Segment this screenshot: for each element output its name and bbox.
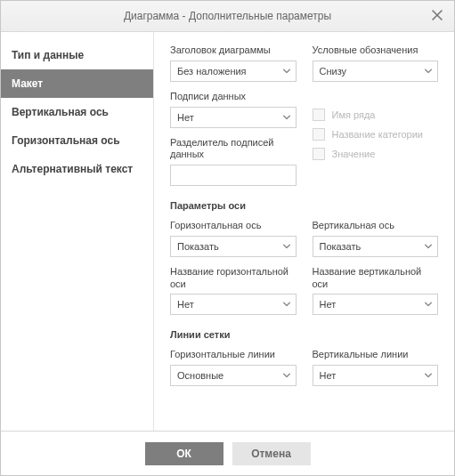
chart-title-select[interactable]: Без наложения	[170, 61, 297, 82]
vert-lines-label: Вертикальные линии	[313, 349, 439, 361]
check-series-name: Имя ряда	[313, 109, 439, 121]
sidebar-item-layout[interactable]: Макет	[1, 69, 153, 98]
horiz-axis-name-label: Название горизонтальной оси	[170, 266, 297, 291]
horiz-axis-name-select[interactable]: Нет	[170, 294, 297, 315]
legend-value: Снизу	[320, 66, 347, 77]
chevron-down-icon	[283, 115, 290, 119]
vert-axis-label: Вертикальная ось	[313, 220, 439, 232]
separator-input[interactable]	[170, 165, 297, 186]
chevron-down-icon	[425, 69, 432, 73]
chevron-down-icon	[283, 244, 290, 248]
vert-axis-select[interactable]: Показать	[313, 236, 439, 257]
data-labels-value: Нет	[177, 112, 194, 123]
horiz-axis-value: Показать	[177, 241, 219, 252]
check-series-name-label: Имя ряда	[332, 109, 376, 120]
sidebar-item-type-data[interactable]: Тип и данные	[1, 41, 153, 69]
vert-lines-value: Нет	[320, 370, 337, 381]
checkbox-icon	[313, 148, 325, 160]
sidebar-item-alt-text[interactable]: Альтернативный текст	[1, 155, 153, 183]
check-category-name: Название категории	[313, 128, 439, 141]
separator-label: Разделитель подписей данных	[170, 137, 297, 162]
vert-axis-name-value: Нет	[320, 299, 337, 310]
horiz-axis-label: Горизонтальная ось	[170, 220, 297, 232]
dialog: Диаграмма - Дополнительные параметры Тип…	[0, 0, 455, 476]
cancel-button[interactable]: Отмена	[232, 442, 311, 465]
check-value: Значение	[313, 148, 439, 160]
ok-button[interactable]: ОК	[145, 442, 223, 465]
sidebar-item-vert-axis[interactable]: Вертикальная ось	[1, 98, 153, 126]
chevron-down-icon	[283, 374, 290, 378]
sidebar-item-horiz-axis[interactable]: Горизонтальная ось	[1, 126, 153, 155]
axis-section-title: Параметры оси	[170, 200, 438, 211]
close-button[interactable]	[429, 8, 445, 24]
titlebar: Диаграмма - Дополнительные параметры	[1, 1, 454, 32]
check-category-name-label: Название категории	[332, 129, 423, 140]
data-labels-select[interactable]: Нет	[170, 107, 297, 128]
grid-section-title: Линии сетки	[170, 329, 438, 340]
close-icon	[432, 8, 443, 24]
chevron-down-icon	[425, 303, 432, 307]
chart-title-label: Заголовок диаграммы	[170, 44, 297, 57]
dialog-title: Диаграмма - Дополнительные параметры	[124, 10, 331, 22]
checkbox-icon	[313, 109, 325, 121]
content: Заголовок диаграммы Без наложения Условн…	[154, 32, 454, 431]
chevron-down-icon	[283, 303, 290, 307]
chevron-down-icon	[283, 69, 290, 73]
chart-title-value: Без наложения	[177, 66, 247, 77]
legend-label: Условные обозначения	[313, 44, 439, 57]
sidebar: Тип и данные Макет Вертикальная ось Гори…	[1, 32, 154, 431]
vert-axis-name-label: Название вертикальной оси	[313, 266, 439, 291]
horiz-lines-select[interactable]: Основные	[170, 365, 297, 386]
horiz-axis-name-value: Нет	[177, 299, 194, 310]
dialog-body: Тип и данные Макет Вертикальная ось Гори…	[1, 32, 454, 431]
vert-axis-name-select[interactable]: Нет	[313, 294, 439, 315]
check-value-label: Значение	[332, 149, 376, 159]
chevron-down-icon	[425, 244, 432, 248]
data-labels-label: Подписи данных	[170, 91, 297, 103]
legend-select[interactable]: Снизу	[313, 61, 439, 82]
chevron-down-icon	[425, 374, 432, 378]
vert-axis-value: Показать	[320, 241, 362, 252]
horiz-lines-value: Основные	[177, 370, 223, 381]
vert-lines-select[interactable]: Нет	[313, 365, 439, 386]
footer: ОК Отмена	[1, 431, 454, 475]
horiz-axis-select[interactable]: Показать	[170, 236, 297, 257]
checkbox-icon	[313, 128, 325, 141]
horiz-lines-label: Горизонтальные линии	[170, 349, 297, 361]
